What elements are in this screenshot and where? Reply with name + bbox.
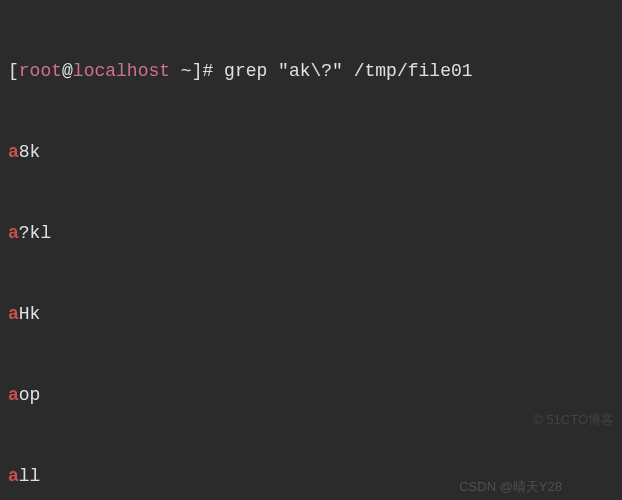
prompt-at: @ xyxy=(62,61,73,81)
prompt-user: root xyxy=(19,61,62,81)
prompt-hash: # xyxy=(202,61,224,81)
command-1: grep "ak\?" /tmp/file01 xyxy=(224,61,472,81)
grep-match: a xyxy=(8,142,19,162)
prompt-line-1: [root@localhost ~]# grep "ak\?" /tmp/fil… xyxy=(8,58,614,85)
watermark-bottom: CSDN @晴天Y28 xyxy=(459,477,562,497)
terminal-output: [root@localhost ~]# grep "ak\?" /tmp/fil… xyxy=(8,4,614,500)
bracket-close: ] xyxy=(192,61,203,81)
bracket-open: [ xyxy=(8,61,19,81)
prompt-path: ~ xyxy=(170,61,192,81)
output-line: aop xyxy=(8,382,614,409)
grep-match: a xyxy=(8,466,19,486)
output-rest: ?kl xyxy=(19,223,51,243)
output-rest: 8k xyxy=(19,142,41,162)
output-line: a?kl xyxy=(8,220,614,247)
grep-match: a xyxy=(8,385,19,405)
output-line: aHk xyxy=(8,301,614,328)
prompt-host: localhost xyxy=(73,61,170,81)
watermark-right: © 51CTO博客 xyxy=(533,410,614,430)
output-rest: Hk xyxy=(19,304,41,324)
output-rest: ll xyxy=(19,466,41,486)
output-line: a8k xyxy=(8,139,614,166)
output-rest: op xyxy=(19,385,41,405)
grep-match: a xyxy=(8,304,19,324)
grep-match: a xyxy=(8,223,19,243)
